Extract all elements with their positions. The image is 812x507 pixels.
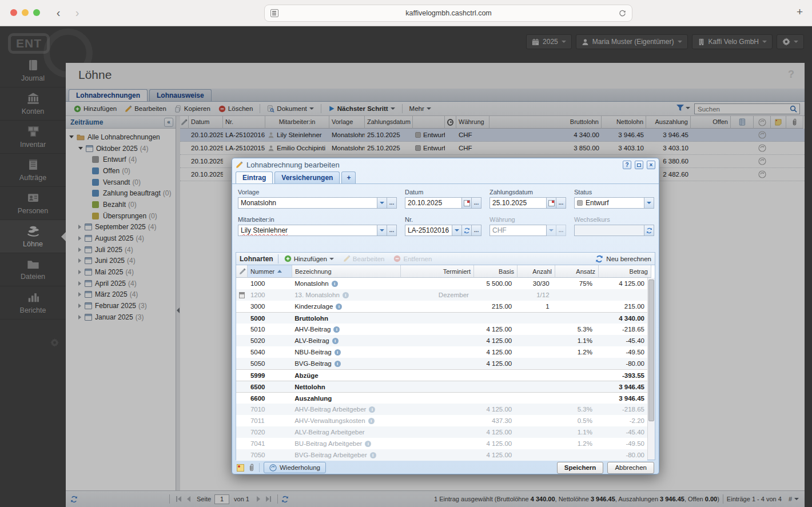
cell-betrag: 4 340.00 — [595, 313, 647, 324]
cell-ansatz: 75% — [552, 278, 595, 289]
recalculate-button[interactable]: Neu berechnen — [595, 255, 651, 263]
lohnart-row[interactable]: 5040NBU-Beitragi4 125.001.2%-49.50 — [236, 346, 647, 358]
vorlage-dropdown-button[interactable] — [377, 197, 387, 209]
reader-mode-icon[interactable] — [270, 9, 278, 17]
lohnart-column-ansatz[interactable]: Ansatz — [555, 265, 599, 278]
lohnart-row[interactable]: 5000Bruttolohn4 340.00 — [236, 312, 647, 324]
cell-nummer: 7010 — [248, 404, 292, 415]
lohnart-row[interactable]: 6500Nettolohn3 946.45 — [236, 381, 647, 392]
back-button[interactable]: ‹ — [53, 6, 64, 19]
lohnart-row[interactable]: 3000Kinderzulagei215.001215.00 — [236, 301, 647, 312]
cell-edit — [236, 289, 248, 301]
info-icon[interactable]: i — [343, 292, 349, 298]
url-text[interactable]: kaffivelogmbh.cashctrl.com — [278, 9, 619, 17]
tab-add-button[interactable]: + — [341, 171, 356, 183]
dialog-help-button[interactable]: ? — [623, 161, 631, 169]
window-zoom-button[interactable] — [33, 9, 40, 16]
reload-icon[interactable] — [619, 10, 626, 17]
lohnart-add-button[interactable]: Hinzufügen — [281, 254, 337, 264]
repeat-button[interactable]: Wiederholung — [264, 462, 326, 473]
waehrung-browse-button[interactable] — [556, 225, 566, 236]
lohnart-column-bezeichnung[interactable]: Bezeichnung — [292, 265, 401, 278]
lohnart-row[interactable]: 5010AHV-Beitragi4 125.005.3%-218.65 — [236, 324, 647, 335]
lohnart-row[interactable]: 7050BVG-Beitrag Arbeitgeberi4 125.00-80.… — [236, 449, 647, 461]
lohnart-remove-button[interactable]: Entfernen — [390, 254, 435, 264]
url-bar[interactable]: kaffivelogmbh.cashctrl.com — [264, 5, 632, 22]
note-icon[interactable] — [237, 464, 244, 472]
info-icon[interactable]: i — [335, 349, 341, 356]
tab-eintrag[interactable]: Eintrag — [236, 171, 273, 183]
info-icon[interactable]: i — [335, 361, 341, 367]
vorlage-browse-button[interactable] — [387, 197, 397, 209]
zahlungsdatum-input[interactable]: 25.10.2025 — [489, 197, 547, 209]
scrollbar-thumb[interactable] — [648, 280, 654, 421]
wechselkurs-refresh-button[interactable] — [644, 225, 654, 236]
lohnart-column-anzahl[interactable]: Anzahl — [518, 265, 555, 278]
mitarbeiter-browse-button[interactable] — [387, 225, 397, 236]
info-icon[interactable]: i — [332, 338, 339, 344]
info-icon[interactable]: i — [370, 452, 376, 458]
tab-versicherungen[interactable]: Versicherungen — [274, 171, 340, 183]
nr-browse-button[interactable] — [472, 225, 481, 236]
cell-nummer: 5000 — [248, 313, 292, 324]
new-tab-button[interactable]: + — [797, 6, 803, 18]
cell-nummer: 5010 — [248, 324, 292, 335]
lohnart-column-nummer[interactable]: Nummer — [248, 265, 292, 278]
forward-button[interactable]: › — [71, 6, 83, 19]
save-button[interactable]: Speichern — [557, 462, 604, 474]
cancel-button[interactable]: Abbrechen — [607, 462, 654, 474]
cell-anzahl — [515, 381, 552, 393]
cell-anzahl — [515, 404, 552, 415]
mitarbeiter-combo[interactable]: Lily Steinlehner — [238, 225, 377, 236]
wechselkurs-input[interactable] — [574, 225, 644, 236]
lohnart-column-terminiert[interactable]: Terminiert — [401, 265, 474, 278]
dialog-title-bar[interactable]: Lohnabrechnung bearbeiten ? × — [232, 158, 659, 171]
lohnart-row[interactable]: 120013. MonatslohniDezember1/12 — [236, 289, 647, 301]
lohnart-row[interactable]: 7020ALV-Beitrag Arbeitgeber4 125.001.1%-… — [236, 426, 647, 438]
lohnart-row[interactable]: 5020ALV-Beitragi4 125.001.1%-45.40 — [236, 335, 647, 346]
refresh-icon — [595, 255, 603, 263]
lohnart-row[interactable]: 5050BVG-Beitragi4 125.00-80.00 — [236, 358, 647, 369]
cell-betrag: -218.65 — [595, 324, 647, 335]
zahlungsdatum-browse-button[interactable] — [556, 197, 566, 209]
mitarbeiter-dropdown-button[interactable] — [377, 225, 387, 236]
vorlage-combo[interactable]: Monatslohn — [238, 197, 377, 209]
lohnart-column-basis[interactable]: Basis — [474, 265, 518, 278]
lohnart-column-edit[interactable] — [236, 265, 248, 278]
info-icon[interactable]: i — [333, 326, 340, 333]
info-icon[interactable]: i — [369, 406, 375, 413]
info-icon[interactable]: i — [368, 418, 375, 424]
waehrung-dropdown-button[interactable] — [547, 225, 556, 236]
nr-regenerate-button[interactable] — [462, 225, 472, 236]
cell-nummer: 5050 — [248, 358, 292, 369]
lohnart-row[interactable]: 6600Auszahlung3 946.45 — [236, 392, 647, 404]
datum-picker-button[interactable] — [462, 197, 472, 209]
datum-browse-button[interactable] — [472, 197, 481, 209]
paperclip-icon[interactable] — [248, 464, 255, 472]
nr-input[interactable]: LA-25102016 — [405, 225, 452, 236]
cell-edit — [236, 335, 248, 346]
info-icon[interactable]: i — [336, 304, 342, 310]
scrollbar[interactable] — [647, 278, 655, 460]
lohnart-row[interactable]: 7041BU-Beitrag Arbeitgeberi4 125.001.2%-… — [236, 438, 647, 449]
info-icon[interactable]: i — [332, 281, 338, 287]
window-minimize-button[interactable] — [22, 9, 29, 16]
lohnart-edit-button[interactable]: Bearbeiten — [340, 254, 388, 264]
nr-dropdown-button[interactable] — [452, 225, 462, 236]
lohnart-row[interactable]: 7010AHV-Beitrag Arbeitgeberi4 125.005.3%… — [236, 404, 647, 415]
info-icon[interactable]: i — [365, 441, 371, 447]
cell-ansatz: 5.3% — [552, 324, 595, 335]
zahlungsdatum-picker-button[interactable] — [547, 197, 556, 209]
lohnart-row[interactable]: 1000Monatslohni5 500.0030/3075%4 125.00 — [236, 278, 647, 289]
dialog-close-button[interactable]: × — [647, 161, 655, 169]
waehrung-combo[interactable]: CHF — [489, 225, 547, 236]
status-combo[interactable]: Entwurf — [574, 197, 644, 209]
vorlage-label: Vorlage — [238, 189, 397, 195]
status-dropdown-button[interactable] — [644, 197, 654, 209]
lohnart-row[interactable]: 5999Abzüge-393.55 — [236, 369, 647, 381]
lohnart-column-betrag[interactable]: Betrag — [599, 265, 651, 278]
lohnart-row[interactable]: 7011AHV-Verwaltungskosteni437.300.5%-2.2… — [236, 415, 647, 426]
dialog-maximize-button[interactable] — [635, 161, 643, 169]
datum-input[interactable]: 20.10.2025 — [405, 197, 462, 209]
window-close-button[interactable] — [10, 9, 17, 16]
